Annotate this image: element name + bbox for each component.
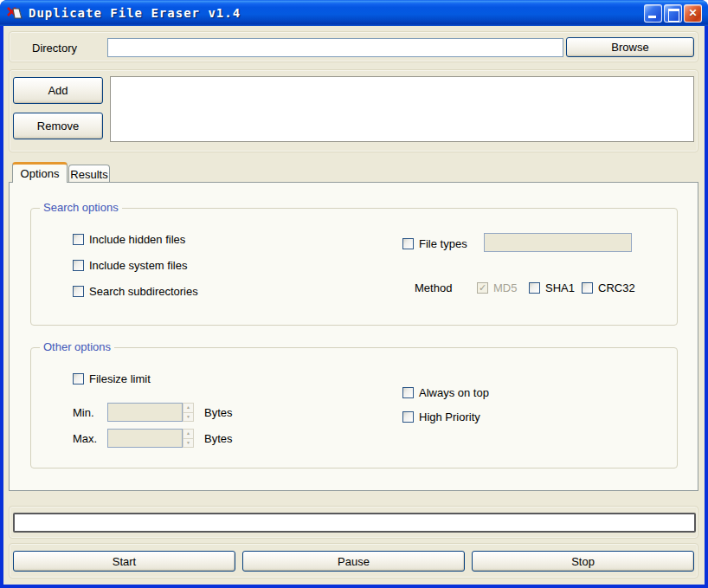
spin-up-icon: ▲ xyxy=(183,403,194,413)
file-types-label: File types xyxy=(419,237,467,250)
options-tab-panel: Search options Include hidden files Incl… xyxy=(9,182,698,491)
method-md5-label: MD5 xyxy=(493,281,517,294)
include-system-files-option[interactable]: Include system files xyxy=(73,258,187,272)
method-sha1-label: SHA1 xyxy=(545,281,575,294)
max-label: Max. xyxy=(73,431,97,445)
max-bytes-label: Bytes xyxy=(204,431,233,445)
search-options-title: Search options xyxy=(40,201,122,214)
browse-button-label: Browse xyxy=(611,41,648,54)
window-controls: ✕ xyxy=(644,4,702,23)
stop-button-label: Stop xyxy=(571,555,595,568)
file-types-option[interactable]: File types xyxy=(402,236,467,250)
directory-group: Directory Browse xyxy=(9,31,698,62)
method-crc32-checkbox[interactable] xyxy=(582,282,593,294)
window-title: Duplicate File Eraser v1.4 xyxy=(29,6,644,20)
folder-listbox[interactable] xyxy=(110,76,694,142)
method-md5-option: ✓ MD5 xyxy=(477,281,517,294)
minimize-button[interactable] xyxy=(644,4,662,23)
max-spinner: ▲ ▼ xyxy=(183,429,194,448)
high-priority-label: High Priority xyxy=(419,410,480,423)
tab-options-label: Options xyxy=(21,167,60,180)
method-sha1-option[interactable]: SHA1 xyxy=(529,281,575,294)
other-options-group: Other options Filesize limit Min. ▲ ▼ By… xyxy=(30,347,678,468)
filesize-limit-label: Filesize limit xyxy=(89,372,151,385)
add-button-label: Add xyxy=(48,84,68,97)
method-crc32-label: CRC32 xyxy=(598,281,635,294)
tab-options[interactable]: Options xyxy=(12,162,68,183)
method-label: Method xyxy=(415,281,452,294)
start-button[interactable]: Start xyxy=(13,551,235,572)
file-types-checkbox[interactable] xyxy=(402,238,414,249)
spin-down-icon: ▼ xyxy=(183,439,194,449)
spin-down-icon: ▼ xyxy=(183,413,194,423)
search-subdirectories-option[interactable]: Search subdirectories xyxy=(73,284,198,298)
stop-button[interactable]: Stop xyxy=(472,551,694,572)
min-input xyxy=(107,403,183,422)
progress-bar xyxy=(13,513,696,533)
title-bar[interactable]: Duplicate File Eraser v1.4 ✕ xyxy=(0,0,708,26)
app-icon xyxy=(6,4,23,22)
search-subdirectories-label: Search subdirectories xyxy=(89,285,198,298)
min-bytes-label: Bytes xyxy=(204,405,233,419)
tab-results[interactable]: Results xyxy=(68,165,110,183)
include-system-files-label: Include system files xyxy=(89,259,187,272)
always-on-top-checkbox[interactable] xyxy=(402,387,414,398)
client-area: Directory Browse Add Remove Options Resu… xyxy=(3,26,705,585)
close-button[interactable]: ✕ xyxy=(684,4,702,23)
include-hidden-files-label: Include hidden files xyxy=(89,233,185,246)
actions-group: Start Pause Stop xyxy=(9,543,698,578)
search-options-group: Search options Include hidden files Incl… xyxy=(30,208,678,326)
search-subdirectories-checkbox[interactable] xyxy=(73,286,84,297)
max-input xyxy=(107,429,183,448)
add-button[interactable]: Add xyxy=(13,77,103,104)
spin-up-icon: ▲ xyxy=(183,429,194,439)
tab-results-label: Results xyxy=(70,168,107,181)
high-priority-option[interactable]: High Priority xyxy=(402,410,480,423)
pause-button[interactable]: Pause xyxy=(242,551,465,572)
file-types-input xyxy=(484,233,632,252)
filesize-limit-option[interactable]: Filesize limit xyxy=(73,372,151,385)
directory-input[interactable] xyxy=(107,38,563,57)
directory-label: Directory xyxy=(32,41,77,55)
remove-button-label: Remove xyxy=(37,120,79,132)
include-hidden-files-checkbox[interactable] xyxy=(73,234,84,245)
always-on-top-option[interactable]: Always on top xyxy=(402,385,489,399)
progress-group xyxy=(9,506,698,539)
start-button-label: Start xyxy=(113,555,136,568)
min-label: Min. xyxy=(73,405,94,419)
filesize-limit-checkbox[interactable] xyxy=(73,373,84,384)
folder-list-group: Add Remove xyxy=(9,69,698,152)
close-icon: ✕ xyxy=(685,5,701,22)
browse-button[interactable]: Browse xyxy=(566,37,694,57)
include-hidden-files-option[interactable]: Include hidden files xyxy=(73,232,185,246)
method-sha1-checkbox[interactable] xyxy=(529,282,540,294)
remove-button[interactable]: Remove xyxy=(13,113,103,139)
maximize-button[interactable] xyxy=(664,4,682,23)
high-priority-checkbox[interactable] xyxy=(402,411,414,423)
method-crc32-option[interactable]: CRC32 xyxy=(582,281,635,294)
include-system-files-checkbox[interactable] xyxy=(73,260,84,271)
check-icon: ✓ xyxy=(479,283,486,293)
app-window: Duplicate File Eraser v1.4 ✕ Directory B… xyxy=(0,0,708,588)
min-spinner: ▲ ▼ xyxy=(183,403,194,422)
other-options-title: Other options xyxy=(40,340,114,353)
always-on-top-label: Always on top xyxy=(419,386,489,399)
method-md5-checkbox: ✓ xyxy=(477,282,488,294)
pause-button-label: Pause xyxy=(338,555,370,568)
